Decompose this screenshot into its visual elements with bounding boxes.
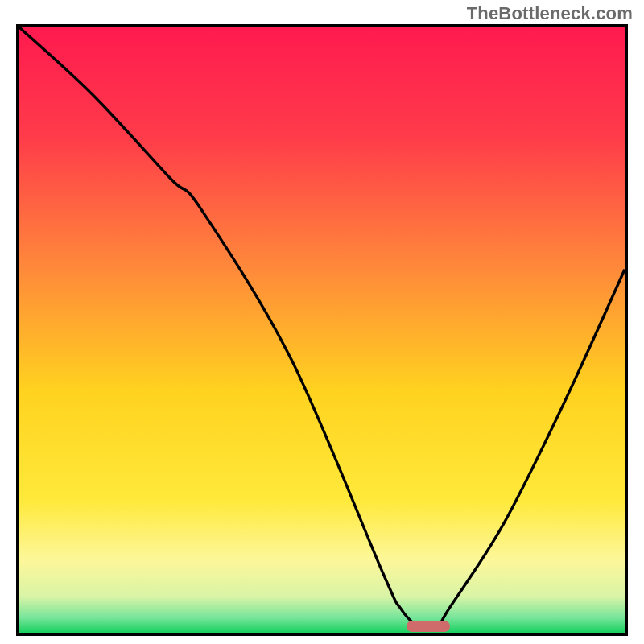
bottleneck-curve-path (19, 27, 625, 629)
curve-layer (19, 27, 625, 633)
plot-area (16, 24, 628, 636)
optimum-marker (407, 621, 450, 632)
bottleneck-chart: TheBottleneck.com (0, 0, 644, 644)
watermark-text: TheBottleneck.com (467, 3, 633, 24)
